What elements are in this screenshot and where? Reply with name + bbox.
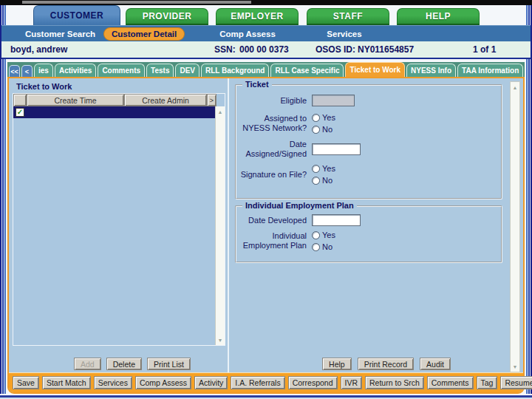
tab-comments[interactable]: Comments <box>98 64 145 77</box>
check-icon: ✓ <box>17 109 23 116</box>
yes-option-label: Yes <box>322 231 335 239</box>
ssn-value: 000 00 0373 <box>239 44 289 55</box>
nav-services[interactable]: Services <box>321 26 368 42</box>
scroll-down-icon[interactable]: ▼ <box>511 362 519 371</box>
print-record-button[interactable]: Print Record <box>358 358 414 370</box>
ivr-button[interactable]: IVR <box>341 376 363 389</box>
ticket-detail-section: Ticket Eligible Assigned to NYESS Networ… <box>229 80 522 374</box>
return-to-search-button[interactable]: Return to Srch <box>365 376 424 389</box>
signature-on-file-radio-group: Yes No <box>312 164 335 185</box>
table-row[interactable]: ✓ <box>13 106 215 118</box>
tab-help[interactable]: HELP <box>397 8 480 25</box>
window-border-bottom <box>0 394 532 399</box>
help-button[interactable]: Help <box>322 358 352 370</box>
assigned-no-option[interactable]: No <box>312 125 335 134</box>
tab-ticket-to-work[interactable]: Ticket to Work <box>345 62 405 77</box>
signature-no-option[interactable]: No <box>312 176 335 185</box>
yes-option-label: Yes <box>322 164 335 173</box>
delete-button[interactable]: Delete <box>106 358 142 370</box>
action-toolbar: Save Start Match Services Comp Assess Ac… <box>9 372 523 392</box>
radio-icon[interactable] <box>312 243 320 251</box>
tab-rll-background[interactable]: RLL Background <box>201 64 269 77</box>
tab-activities[interactable]: Activities <box>55 64 96 77</box>
customer-nav-bar: Customer Search Customer Detail Comp Ass… <box>1 25 531 41</box>
nav-customer-detail[interactable]: Customer Detail <box>103 27 185 41</box>
services-button[interactable]: Services <box>94 376 132 389</box>
no-option-label: No <box>322 176 332 185</box>
resume-button[interactable]: Resume <box>500 376 532 389</box>
tab-partial-ies[interactable]: ies <box>34 64 53 77</box>
save-button[interactable]: Save <box>13 376 39 389</box>
date-assigned-signed-label: Date Assigned/Signed <box>236 140 307 158</box>
signature-on-file-label: Signature on File? <box>236 170 307 180</box>
radio-icon[interactable] <box>312 177 320 185</box>
nav-comp-assess[interactable]: Comp Assess <box>214 26 281 42</box>
window-top-border-segment <box>22 1 251 4</box>
select-column-header <box>13 94 27 106</box>
correspond-button[interactable]: Correspond <box>288 376 338 389</box>
scroll-up-icon[interactable]: ▲ <box>511 83 519 92</box>
tab-scroll-left-button[interactable]: < <box>21 65 33 77</box>
signature-yes-option[interactable]: Yes <box>312 164 335 173</box>
tag-button[interactable]: Tag <box>477 376 498 389</box>
radio-icon[interactable] <box>312 114 320 122</box>
comments-button[interactable]: Comments <box>427 376 474 389</box>
create-time-column-header[interactable]: Create Time <box>27 94 124 106</box>
tab-tests[interactable]: Tests <box>146 64 174 77</box>
scroll-up-icon[interactable]: ▲ <box>216 107 225 116</box>
print-list-button[interactable]: Print List <box>147 358 191 370</box>
individual-employment-plan-group-box: Individual Employment Plan Date Develope… <box>235 205 502 263</box>
detail-scrollbar[interactable]: ▲ ▼ <box>510 81 520 372</box>
radio-icon[interactable] <box>312 231 320 239</box>
grid-expand-button[interactable]: > <box>207 94 216 106</box>
tab-customer[interactable]: CUSTOMER <box>33 5 120 25</box>
row-checkbox[interactable]: ✓ <box>16 108 24 117</box>
eligible-field <box>312 95 355 106</box>
ticket-group-title: Ticket <box>242 80 272 89</box>
grid-header-row: Create Time Create Admin > <box>13 94 225 106</box>
tab-staff[interactable]: STAFF <box>307 8 389 25</box>
no-option-label: No <box>322 242 332 251</box>
row-checkbox-cell: ✓ <box>13 108 27 117</box>
detail-tab-strip: << < ies Activities Comments Tests DEV R… <box>7 62 525 77</box>
assigned-yes-option[interactable]: Yes <box>312 113 335 122</box>
date-assigned-signed-field[interactable] <box>312 143 361 155</box>
tab-scroll-far-left-button[interactable]: << <box>9 65 20 77</box>
window-border-left <box>0 5 7 399</box>
scroll-down-icon[interactable]: ▼ <box>216 335 225 344</box>
activity-button[interactable]: Activity <box>194 376 228 389</box>
create-admin-column-header[interactable]: Create Admin <box>124 94 207 106</box>
radio-icon[interactable] <box>312 165 320 173</box>
ticket-list-grid: Create Time Create Admin > ✓ <box>13 93 225 346</box>
nav-customer-search[interactable]: Customer Search <box>18 26 103 42</box>
tab-dev[interactable]: DEV <box>175 64 200 77</box>
grid-scrollbar[interactable]: ▲ ▼ <box>215 106 225 345</box>
no-option-label: No <box>322 125 332 134</box>
start-match-button[interactable]: Start Match <box>42 376 91 389</box>
add-button[interactable]: Add <box>74 358 101 370</box>
tab-nyess-info[interactable]: NYESS Info <box>406 64 456 77</box>
iep-yes-option[interactable]: Yes <box>312 231 335 239</box>
work-area: Ticket to Work Create Time Create Admin … <box>9 78 523 372</box>
iep-group-title: Individual Employment Plan <box>242 201 357 210</box>
osos-id-label: OSOS ID: <box>316 44 355 55</box>
iep-no-option[interactable]: No <box>312 242 335 251</box>
osos-application-window: CUSTOMER PROVIDER EMPLOYER STAFF HELP Cu… <box>0 0 532 399</box>
ticket-to-work-panel: Ticket to Work Create Time Create Admin … <box>7 77 525 394</box>
ia-referrals-button[interactable]: I.A. Referrals <box>231 376 284 389</box>
audit-button[interactable]: Audit <box>420 358 451 370</box>
comp-assess-button[interactable]: Comp Assess <box>135 376 191 389</box>
radio-icon[interactable] <box>312 126 320 134</box>
list-button-row: Add Delete Print List <box>74 358 191 370</box>
iep-radio-group: Yes No <box>312 231 335 251</box>
date-developed-label: Date Developed <box>236 216 307 225</box>
ticket-group-box: Ticket Eligible Assigned to NYESS Networ… <box>235 84 502 200</box>
date-developed-field[interactable] <box>312 214 361 226</box>
tab-employer[interactable]: EMPLOYER <box>216 8 299 25</box>
tab-provider[interactable]: PROVIDER <box>126 8 208 25</box>
tab-taa-information[interactable]: TAA Information <box>457 64 523 77</box>
customer-name: boyd, andrew <box>10 44 67 55</box>
iep-label: Individual Employment Plan <box>236 231 307 250</box>
ticket-list-section: Ticket to Work Create Time Create Admin … <box>10 80 228 374</box>
tab-rll-case-specific[interactable]: RLL Case Specific <box>270 64 344 77</box>
